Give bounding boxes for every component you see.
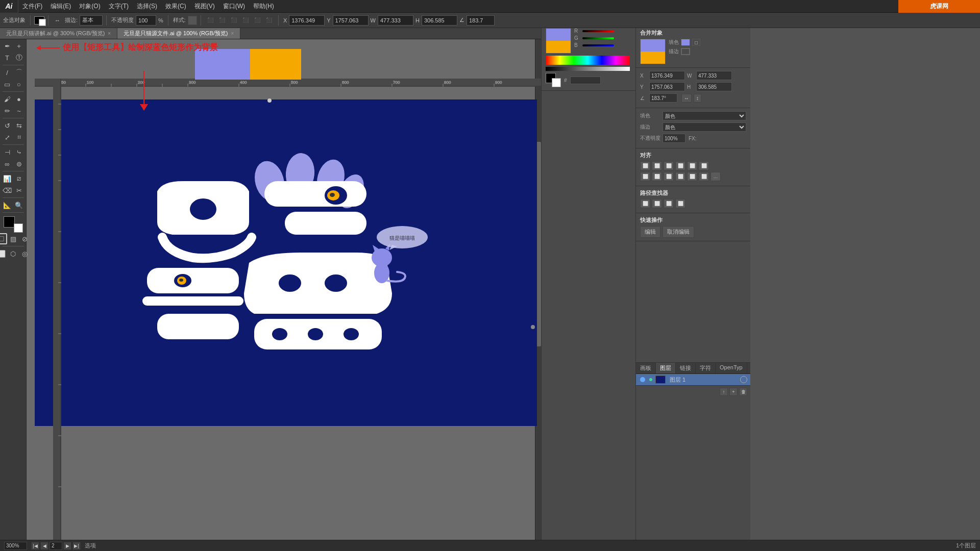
pathfinder-exclude-btn[interactable]: ⬜ [675, 199, 685, 208]
w-coord-input[interactable] [696, 71, 732, 80]
layer-lock-icon[interactable] [740, 376, 747, 383]
fill-type-select[interactable]: 颜色 渐变 图案 [663, 111, 746, 120]
pencil-tool[interactable]: ✏ [2, 105, 13, 116]
layer-delete-icon[interactable]: 🗑 [739, 388, 747, 396]
pathfinder-minus-btn[interactable]: ⬜ [652, 199, 662, 208]
cancel-edit-btn[interactable]: 取消编辑 [663, 226, 694, 238]
distrib-hcenter-btn[interactable]: ⬜ [652, 172, 662, 181]
blend-tool[interactable]: ∞ [2, 158, 13, 169]
toolbar-h-input[interactable] [422, 15, 457, 26]
fill-none-box[interactable]: □ [692, 39, 700, 46]
align-bottom-btn[interactable]: ⬛ [263, 16, 275, 24]
flip-v-btn[interactable]: ↕ [694, 94, 701, 103]
layer-add-icon[interactable]: + [729, 388, 738, 396]
menu-text[interactable]: 文字(T) [105, 0, 133, 12]
ellipse-tool[interactable]: ○ [13, 79, 24, 90]
menu-select[interactable]: 选择(S) [133, 0, 161, 12]
menu-help[interactable]: 帮助(H) [249, 0, 278, 12]
stroke-icon[interactable]: □ [0, 233, 7, 244]
smooth-tool[interactable]: ~ [13, 105, 24, 116]
color-selector[interactable] [4, 216, 23, 233]
stroke-type-select[interactable]: 颜色 [663, 122, 746, 132]
draw-inside-icon[interactable]: ⬡ [8, 248, 19, 259]
align-right-btn[interactable]: ⬜ [664, 161, 674, 170]
distrib-more-btn[interactable]: … [710, 172, 721, 181]
opentype-tab[interactable]: OpenTyp [716, 363, 747, 373]
g-slider[interactable] [582, 37, 614, 39]
type-tool[interactable]: T [2, 52, 13, 63]
none-icon[interactable]: ⊘ [19, 233, 31, 244]
toolbar-y-input[interactable] [333, 15, 369, 26]
toolbar-angle-input[interactable] [467, 15, 495, 26]
flip-h-btn[interactable]: ↔ [681, 94, 692, 103]
arc-tool[interactable]: ⌒ [13, 67, 24, 78]
color-spectrum[interactable] [546, 56, 630, 65]
align-middle-btn[interactable]: ⬛ [252, 16, 263, 24]
pen-tool[interactable]: ✒ [2, 40, 13, 52]
hex-input[interactable] [570, 77, 601, 84]
prev-artboard-btn[interactable]: ◀ [40, 542, 48, 550]
draw-behind-icon[interactable]: ◎ [19, 248, 31, 259]
menu-object[interactable]: 对象(O) [75, 0, 104, 12]
barrel-tool[interactable]: ⊚ [13, 158, 24, 169]
artboard-num-input[interactable] [50, 542, 62, 550]
pathfinder-intersect-btn[interactable]: ⬜ [664, 199, 674, 208]
blob-brush-tool[interactable]: ● [13, 93, 24, 105]
tab-0-close[interactable]: × [108, 31, 111, 36]
distrib-top-btn[interactable]: ⬜ [675, 172, 685, 181]
toolbar-opacity-input[interactable] [136, 15, 156, 26]
foreground-color[interactable] [4, 216, 15, 228]
fill-color-box[interactable] [681, 39, 690, 46]
gradient-icon[interactable]: ▨ [8, 233, 19, 244]
menu-file[interactable]: 文件(F) [18, 0, 46, 12]
links-tab[interactable]: 链接 [676, 363, 696, 373]
distrib-vcenter-btn[interactable]: ⬜ [687, 172, 697, 181]
char-tab[interactable]: 字符 [696, 363, 716, 373]
x-coord-input[interactable] [649, 71, 685, 80]
tab-0[interactable]: 元旦是只猫讲解.ai @ 300% (RGB/预览) × [0, 28, 117, 39]
zoom-input[interactable] [4, 542, 27, 550]
rect-tool[interactable]: ▭ [2, 79, 13, 90]
graph-tool[interactable]: 📊 [2, 173, 13, 184]
add-anchor-tool[interactable]: + [13, 40, 24, 52]
align-hcenter-btn[interactable]: ⬜ [652, 161, 662, 170]
slice-tool[interactable]: ⧄ [13, 173, 24, 184]
shear-tool[interactable]: ⌗ [13, 132, 24, 143]
scissors-tool[interactable]: ✂ [13, 185, 24, 196]
menu-window[interactable]: 窗口(W) [219, 0, 249, 12]
toolbar-x-input[interactable] [289, 15, 325, 26]
layers-tab[interactable]: 图层 [656, 363, 676, 373]
align-right-btn[interactable]: ⬛ [228, 16, 239, 24]
edit-btn[interactable]: 编辑 [640, 226, 660, 238]
scale-tool[interactable]: ⤢ [2, 132, 13, 143]
eraser-tool[interactable]: ⌫ [2, 185, 13, 196]
last-artboard-btn[interactable]: ▶| [72, 542, 81, 550]
bw-gradient[interactable] [546, 67, 630, 71]
menu-effect[interactable]: 效果(C) [161, 0, 190, 12]
area-type-tool[interactable]: Ⓣ [13, 52, 24, 63]
pathfinder-unite-btn[interactable]: ⬜ [640, 199, 650, 208]
distrib-left-btn[interactable]: ⬜ [640, 172, 650, 181]
zoom-tool[interactable]: 🔍 [13, 199, 24, 211]
background-color[interactable] [14, 223, 23, 233]
width-tool[interactable]: ⊣ [2, 146, 13, 158]
menu-view[interactable]: 视图(V) [190, 0, 219, 12]
draw-normal-icon[interactable]: ⬜ [0, 248, 7, 259]
align-center-btn[interactable]: ⬛ [216, 16, 228, 24]
layer-visibility-btn[interactable] [639, 376, 646, 383]
align-left-btn[interactable]: ⬛ [205, 16, 216, 24]
bg-box[interactable] [552, 78, 561, 87]
toolbar-stroke-input[interactable] [80, 15, 103, 26]
distrib-bottom-btn[interactable]: ⬜ [699, 172, 709, 181]
distrib-right-btn[interactable]: ⬜ [664, 172, 674, 181]
y-coord-input[interactable] [649, 82, 685, 91]
menu-edit[interactable]: 编辑(E) [46, 0, 75, 12]
align-top-btn[interactable]: ⬛ [240, 16, 251, 24]
ruler-tool[interactable]: 📐 [2, 199, 13, 211]
h-coord-input[interactable] [696, 82, 732, 91]
align-top-btn[interactable]: ⬜ [675, 161, 685, 170]
tab-1-close[interactable]: × [231, 31, 234, 36]
rotate-tool[interactable]: ↺ [2, 120, 13, 131]
align-bottom-btn[interactable]: ⬜ [699, 161, 709, 170]
align-vcenter-btn[interactable]: ⬜ [687, 161, 697, 170]
